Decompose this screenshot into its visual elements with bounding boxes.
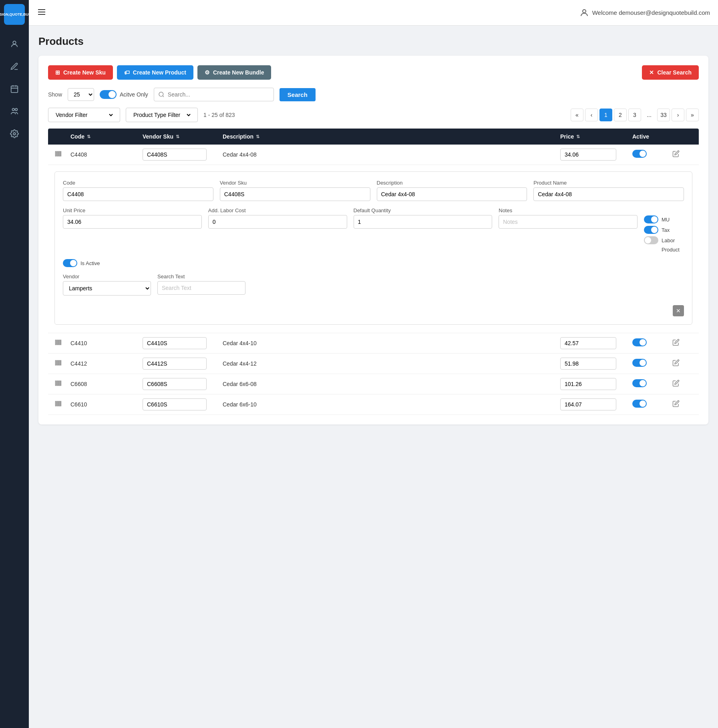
th-code[interactable]: Code ⇅: [70, 133, 143, 140]
controls-row: Show 25 50 100 Acitve Only Search: [48, 88, 699, 101]
row-active-toggle[interactable]: [632, 400, 647, 408]
row-price-input[interactable]: [560, 398, 616, 410]
app-logo[interactable]: DESIGN,QUOTE,BUILD: [4, 4, 25, 25]
mu-toggle-row: MU: [644, 215, 684, 223]
row-price-input[interactable]: [560, 358, 616, 370]
row-edit-icon[interactable]: [672, 150, 692, 159]
page-last[interactable]: »: [686, 109, 699, 121]
svg-rect-37: [61, 381, 61, 386]
show-count-select[interactable]: 25 50 100: [68, 88, 94, 101]
search-input[interactable]: [165, 88, 270, 101]
form-group-product-name: Product Name: [533, 180, 684, 201]
form-vendor-select[interactable]: Lamperts: [63, 281, 151, 296]
page-2[interactable]: 2: [614, 109, 627, 121]
row-edit-icon[interactable]: [672, 359, 692, 368]
page-33[interactable]: 33: [657, 109, 670, 121]
product-label: Product: [662, 247, 680, 253]
row-active-toggle[interactable]: [632, 359, 647, 367]
mu-toggle[interactable]: [644, 215, 658, 223]
sidebar-item-calendar[interactable]: [6, 81, 22, 97]
svg-rect-17: [59, 151, 59, 156]
form-input-code[interactable]: [63, 187, 213, 201]
row-description: Cedar 4x4-12: [223, 360, 560, 367]
tax-toggle[interactable]: [644, 226, 658, 234]
vendor-filter-dropdown[interactable]: Vendor Filter: [54, 111, 114, 119]
row-active-toggle[interactable]: [632, 338, 647, 346]
svg-rect-42: [60, 401, 60, 406]
sidebar-item-settings[interactable]: [6, 126, 22, 142]
form-input-vendor-sku[interactable]: [220, 187, 370, 201]
form-input-product-name[interactable]: [533, 187, 684, 201]
row-barcode-icon: [54, 380, 70, 388]
product-type-filter-select[interactable]: Product Type Filter: [126, 108, 198, 122]
page-3[interactable]: 3: [628, 109, 641, 121]
form-close-button[interactable]: ✕: [673, 305, 684, 316]
form-input-notes[interactable]: [499, 215, 638, 229]
sort-price-icon: ⇅: [576, 134, 580, 139]
row-active-toggle[interactable]: [632, 379, 647, 387]
row-active-toggle[interactable]: [632, 150, 647, 158]
is-active-toggle[interactable]: [63, 259, 77, 267]
vendor-filter-select[interactable]: Vendor Filter: [48, 108, 120, 122]
form-input-unit-price[interactable]: [63, 215, 202, 229]
menu-icon[interactable]: [37, 7, 46, 18]
th-price[interactable]: Price ⇅: [560, 133, 632, 140]
row-description: Cedar 4x4-08: [223, 151, 560, 158]
labor-label: Labor: [662, 237, 675, 243]
create-bundle-button[interactable]: ⚙ Create New Bundle: [197, 65, 272, 80]
form-label-description: Description: [377, 180, 527, 186]
form-card: Code Vendor Sku Description Product: [54, 171, 692, 325]
row-sku-input[interactable]: [143, 337, 207, 349]
th-description[interactable]: Description ⇅: [223, 133, 560, 140]
create-sku-button[interactable]: ⊞ Create New Sku: [48, 65, 113, 80]
active-only-toggle[interactable]: [100, 90, 117, 99]
page-first[interactable]: «: [571, 109, 583, 121]
row-price-input[interactable]: [560, 337, 616, 349]
welcome-text: Welcome demouser@designquotebuild.com: [592, 9, 710, 16]
labor-toggle[interactable]: [644, 236, 658, 244]
row-edit-icon[interactable]: [672, 339, 692, 348]
form-label-labor-cost: Add. Labor Cost: [208, 207, 347, 213]
row-price-input[interactable]: [560, 378, 616, 390]
search-field-wrap: [154, 88, 274, 101]
row-sku-input[interactable]: [143, 358, 207, 370]
form-input-search-text[interactable]: [157, 281, 245, 295]
svg-rect-43: [61, 401, 61, 406]
product-type-filter-dropdown[interactable]: Product Type Filter: [132, 111, 192, 119]
barcode-icon: ⊞: [55, 69, 60, 76]
sidebar-item-user[interactable]: [6, 36, 22, 52]
form-input-labor-cost[interactable]: [208, 215, 347, 229]
page-1[interactable]: 1: [599, 109, 612, 121]
svg-rect-20: [55, 340, 56, 345]
active-only-label: Acitve Only: [120, 91, 148, 98]
svg-rect-25: [61, 340, 61, 345]
svg-rect-26: [55, 360, 56, 365]
svg-rect-39: [56, 401, 57, 406]
row-edit-icon[interactable]: [672, 400, 692, 409]
products-card: ⊞ Create New Sku 🏷 Create New Product ⚙ …: [38, 56, 708, 424]
page-prev[interactable]: ‹: [585, 109, 598, 121]
create-product-button[interactable]: 🏷 Create New Product: [117, 65, 193, 80]
row-code: C6610: [70, 401, 143, 408]
form-row-2: Unit Price Add. Labor Cost Default Quant…: [63, 207, 684, 253]
sidebar-item-edit[interactable]: [6, 58, 22, 74]
user-info: Welcome demouser@designquotebuild.com: [579, 8, 710, 18]
row-code: C4408: [70, 151, 143, 158]
form-group-description: Description: [377, 180, 527, 201]
clear-search-button[interactable]: ✕ Clear Search: [642, 65, 699, 80]
page-next[interactable]: ›: [672, 109, 684, 121]
row-description: Cedar 4x4-10: [223, 340, 560, 346]
svg-rect-30: [60, 360, 60, 365]
table-header: Code ⇅ Vendor Sku ⇅ Description ⇅ Price …: [48, 129, 699, 145]
row-sku-input[interactable]: [143, 398, 207, 410]
search-button[interactable]: Search: [280, 88, 316, 101]
row-price-input[interactable]: [560, 149, 616, 161]
th-vendor-sku[interactable]: Vendor Sku ⇅: [143, 133, 223, 140]
form-label-default-qty: Default Quantity: [354, 207, 493, 213]
row-sku-input[interactable]: [143, 378, 207, 390]
row-edit-icon[interactable]: [672, 380, 692, 388]
form-input-description[interactable]: [377, 187, 527, 201]
sidebar-item-team[interactable]: [6, 103, 22, 119]
row-sku-input[interactable]: [143, 149, 207, 161]
form-input-default-qty[interactable]: [354, 215, 493, 229]
